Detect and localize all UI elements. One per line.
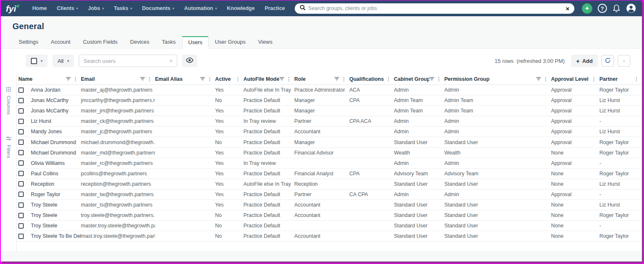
row-checkbox[interactable] [18, 181, 24, 187]
column-header-role[interactable]: Role⋮ [294, 73, 349, 85]
row-checkbox[interactable] [18, 129, 24, 134]
table-row[interactable]: Roger Taylormaster_tw@thegrowth.partners… [17, 189, 642, 200]
select-all-dropdown[interactable]: ▾ [26, 55, 48, 67]
row-checkbox[interactable] [18, 171, 24, 176]
column-header-autofile-mode[interactable]: AutoFile Mode⋮ [243, 73, 294, 85]
search-users-clear-icon[interactable]: × [169, 57, 173, 64]
column-header-approval-level[interactable]: Approval Level⋮ [551, 73, 599, 85]
column-header-active[interactable]: Active⋮ [215, 73, 243, 85]
kebab-menu-icon[interactable]: ⋮ [543, 77, 549, 82]
select-all-checkbox[interactable] [31, 58, 37, 64]
row-checkbox[interactable] [18, 119, 24, 124]
table-row[interactable]: Jonas McCarthyjmccarthy@thegrowth.partne… [17, 95, 642, 106]
row-checkbox[interactable] [18, 108, 24, 114]
filter-icon[interactable] [140, 76, 145, 82]
row-checkbox[interactable] [18, 160, 24, 166]
row-checkbox[interactable] [18, 98, 24, 103]
refresh-button[interactable] [601, 55, 614, 67]
kebab-menu-icon[interactable]: ⋮ [147, 77, 153, 82]
row-checkbox[interactable] [18, 87, 24, 93]
add-user-button[interactable]: + Add [571, 55, 598, 67]
columns-panel-toggle[interactable]: Columns [6, 86, 11, 115]
table-row[interactable]: Paul Collinspcollins@thegrowth.partnersY… [17, 169, 642, 179]
global-search-input[interactable] [308, 5, 563, 11]
bell-icon[interactable] [612, 4, 621, 13]
kebab-menu-icon[interactable]: ⋮ [386, 77, 391, 82]
row-checkbox[interactable] [18, 150, 24, 155]
nav-item-tasks[interactable]: Tasks▾ [109, 0, 137, 16]
table-row[interactable]: Jonas McCarthymaster_jm@thegrowth.partne… [17, 106, 642, 116]
filter-icon[interactable] [66, 76, 71, 82]
tab-custom-fields[interactable]: Custom Fields [77, 36, 124, 48]
nav-item-practice[interactable]: Practice [260, 0, 290, 16]
kebab-menu-icon[interactable]: ⋮ [634, 77, 639, 82]
table-row[interactable]: Mandy Jonesmaster_jc@thegrowth.partnersY… [17, 127, 642, 137]
column-header-partner[interactable]: Partner⋮ [599, 73, 642, 85]
nav-item-documents[interactable]: Documents▾ [138, 0, 179, 16]
kebab-menu-icon[interactable]: ⋮ [436, 77, 442, 82]
filters-panel-toggle[interactable]: Filters [6, 135, 11, 158]
row-checkbox[interactable] [18, 223, 24, 229]
kebab-menu-icon[interactable]: ⋮ [235, 77, 241, 82]
column-header-email-alias[interactable]: Email Alias⋮ [155, 73, 215, 85]
search-users-box[interactable]: × [79, 55, 177, 67]
column-header-email[interactable]: Email⋮ [81, 73, 155, 85]
help-icon[interactable]: ? [598, 4, 607, 13]
nav-item-label: Automation [184, 5, 213, 11]
tab-devices[interactable]: Devices [124, 36, 155, 48]
table-row[interactable]: Liz Hurstmaster_ck@thegrowth.partnersYes… [17, 116, 642, 127]
filter-icon[interactable] [536, 76, 541, 82]
tab-user-groups[interactable]: User Groups [208, 36, 252, 48]
filter-icon[interactable] [279, 76, 284, 82]
refresh-icon [605, 57, 611, 65]
filter-all-dropdown[interactable]: All ▾ [53, 55, 74, 67]
kebab-menu-icon[interactable]: ⋮ [591, 77, 597, 82]
global-search[interactable]: × [295, 3, 574, 14]
kebab-menu-icon[interactable]: ⋮ [73, 77, 78, 82]
row-checkbox[interactable] [18, 234, 24, 239]
tab-users[interactable]: Users [182, 36, 209, 49]
filter-icon[interactable] [334, 76, 339, 82]
nav-item-jobs[interactable]: Jobs▾ [83, 0, 108, 16]
table-row[interactable]: Michael Drummondmichael.drummond@thegrow… [17, 137, 642, 147]
nav-item-automation[interactable]: Automation▾ [180, 0, 221, 16]
cell-approval-level: Approval [551, 192, 599, 197]
cell-cabinet-group: Standard User [394, 212, 444, 218]
nav-item-knowledge[interactable]: Knowledge [222, 0, 259, 16]
column-header-qualifications[interactable]: Qualifications⋮ [349, 73, 394, 85]
tab-tasks[interactable]: Tasks [155, 36, 182, 48]
tab-views[interactable]: Views [252, 36, 278, 48]
search-clear-icon[interactable]: × [566, 5, 569, 12]
toggle-view-button[interactable] [182, 55, 197, 67]
row-checkbox[interactable] [18, 139, 24, 145]
nav-item-home[interactable]: Home [28, 0, 52, 16]
tab-settings[interactable]: Settings [13, 36, 45, 48]
more-options-button[interactable]: - [618, 55, 630, 67]
tab-account[interactable]: Account [45, 36, 77, 48]
kebab-menu-icon[interactable]: ⋮ [286, 77, 292, 82]
cell-autofile-mode: Practice Default [243, 202, 294, 208]
fyi-logo[interactable]: fyi [6, 4, 16, 13]
column-header-name[interactable]: Name⋮ [18, 73, 81, 85]
table-row[interactable]: Receptionreception@thegrowth.partnersYes… [17, 179, 642, 189]
table-row[interactable]: Anna Jordanmaster_aj@thegrowth.partnersY… [17, 85, 642, 95]
filter-icon[interactable] [200, 76, 205, 82]
avatar-icon[interactable] [626, 3, 636, 13]
row-checkbox[interactable] [18, 192, 24, 197]
column-header-permission-group[interactable]: Permission Group⋮ [444, 73, 551, 85]
table-row[interactable]: Troy Steelemaster.troy.steele@thegrowth.… [17, 221, 642, 231]
table-row[interactable]: Troy Steelemaster_ts@thegrowth.partnersY… [17, 200, 642, 210]
row-checkbox[interactable] [18, 202, 24, 208]
search-users-input[interactable] [83, 58, 166, 64]
filter-icon[interactable] [429, 76, 434, 82]
nav-item-clients[interactable]: Clients▾ [52, 0, 83, 16]
table-row[interactable]: Olivia Williamsmaster_rc@thegrowth.partn… [17, 158, 642, 169]
table-row[interactable]: Troy Steeletroy.steele@thegrowth.partner… [17, 210, 642, 221]
table-row[interactable]: Troy Steele To Be Del...mast.troy.steele… [17, 231, 642, 242]
kebab-menu-icon[interactable]: ⋮ [207, 77, 213, 82]
table-row[interactable]: Michael Drummondmaster_md@thegrowth.part… [17, 148, 642, 158]
column-header-cabinet-group[interactable]: Cabinet Group⋮ [394, 73, 444, 85]
row-checkbox[interactable] [18, 213, 24, 218]
add-icon[interactable]: + [582, 3, 592, 14]
kebab-menu-icon[interactable]: ⋮ [341, 77, 347, 82]
